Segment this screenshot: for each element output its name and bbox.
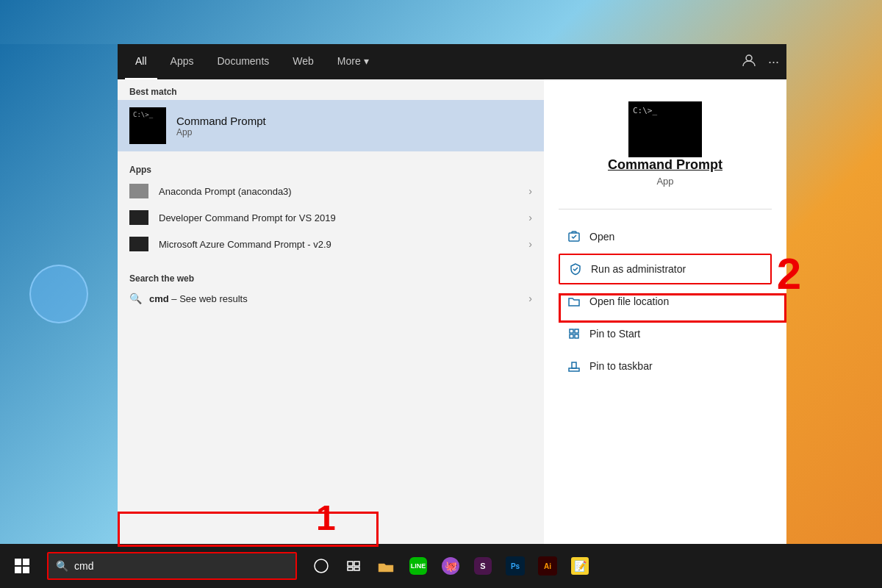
svg-rect-4 [570, 334, 573, 338]
pin-start-label: Pin to Start [589, 328, 640, 340]
slack-icon[interactable]: S [473, 556, 492, 576]
anaconda-arrow: › [528, 185, 532, 197]
best-match-text: Command Prompt App [176, 115, 266, 137]
pin-taskbar-label: Pin to taskbar [589, 360, 653, 372]
illustrator-icon[interactable]: Ai [538, 556, 557, 576]
best-match-type: App [176, 127, 266, 137]
sidebar-circle-decoration [29, 265, 88, 323]
svg-rect-2 [570, 329, 573, 333]
ellipsis-icon[interactable]: ··· [768, 54, 779, 70]
web-section-label: Search the web [118, 266, 544, 287]
context-menu: Open Run as administrator [559, 221, 772, 383]
start-button[interactable] [0, 544, 44, 588]
folder-icon [566, 293, 582, 309]
taskbar-search-box[interactable]: 🔍 [47, 552, 297, 580]
annotation-number-1: 1 [316, 498, 336, 538]
file-explorer-icon[interactable] [376, 556, 395, 576]
sticky-notes-icon[interactable]: 📝 [570, 556, 589, 576]
windows-logo-icon [15, 559, 29, 573]
tab-web[interactable]: Web [282, 44, 324, 79]
search-nav-bar: All Apps Documents Web More ▾ ··· [118, 44, 786, 79]
svg-rect-10 [354, 562, 359, 566]
search-content-area: Best match C:\>_ Command Prompt App Apps [118, 79, 786, 544]
open-icon [566, 229, 582, 245]
anaconda-icon [129, 184, 148, 198]
app-item-anaconda[interactable]: Anaconda Prompt (anaconda3) › [118, 178, 544, 204]
web-search-icon: 🔍 [129, 293, 142, 304]
taskbar-search-icon: 🔍 [56, 560, 68, 572]
context-pin-taskbar[interactable]: Pin to taskbar [559, 351, 772, 381]
left-sidebar [0, 44, 118, 544]
photoshop-icon[interactable]: Ps [506, 556, 525, 576]
tab-more[interactable]: More ▾ [327, 44, 379, 79]
open-location-label: Open file location [589, 295, 669, 307]
taskbar: 🔍 LINE [0, 544, 882, 588]
task-view-icon[interactable] [312, 556, 331, 576]
tab-all[interactable]: All [125, 44, 157, 79]
tab-documents[interactable]: Documents [207, 44, 279, 79]
app-item-azure[interactable]: Microsoft Azure Command Prompt - v2.9 › [118, 231, 544, 257]
vs-dev-icon [129, 210, 148, 225]
apps-section: Apps Anaconda Prompt (anaconda3) › Devel… [118, 151, 544, 263]
azure-arrow: › [528, 238, 532, 250]
svg-rect-7 [572, 362, 576, 368]
context-open-location[interactable]: Open file location [559, 286, 772, 317]
azure-icon [129, 237, 148, 251]
browser-icon[interactable]: 🐙 [441, 556, 460, 576]
context-run-admin[interactable]: Run as administrator [559, 254, 772, 284]
run-admin-label: Run as administrator [591, 263, 686, 275]
app-item-vs-dev[interactable]: Developer Command Prompt for VS 2019 › [118, 204, 544, 231]
web-section: Search the web 🔍 cmd – See web results › [118, 263, 544, 313]
web-search-text: cmd – See web results [149, 293, 528, 304]
anaconda-label: Anaconda Prompt (anaconda3) [159, 186, 528, 197]
open-label: Open [589, 231, 614, 243]
svg-point-8 [315, 559, 328, 573]
annotation-number-2: 2 [777, 248, 801, 299]
svg-rect-9 [348, 562, 353, 566]
app-preview-icon: C:\>_ [628, 101, 702, 157]
svg-point-0 [746, 55, 752, 61]
nav-right-icons: ··· [742, 53, 779, 71]
timeline-icon[interactable] [344, 556, 363, 576]
divider [559, 209, 772, 209]
line-icon[interactable]: LINE [409, 556, 428, 576]
azure-label: Microsoft Azure Command Prompt - v2.9 [159, 239, 528, 250]
cmd-preview-text: C:\>_ [633, 106, 657, 115]
left-results-panel: Best match C:\>_ Command Prompt App Apps [118, 79, 544, 544]
vs-dev-arrow: › [528, 212, 532, 223]
svg-rect-5 [575, 334, 578, 338]
svg-rect-12 [354, 567, 359, 570]
context-pin-start[interactable]: Pin to Start [559, 318, 772, 349]
context-open[interactable]: Open [559, 221, 772, 252]
svg-rect-11 [348, 567, 353, 570]
pin-taskbar-icon [566, 358, 582, 374]
right-detail-panel: C:\>_ Command Prompt App Open [544, 79, 786, 544]
best-match-section-label: Best match [118, 79, 544, 100]
tab-apps[interactable]: Apps [160, 44, 204, 79]
pin-start-icon [566, 326, 582, 342]
command-prompt-icon-large: C:\>_ [129, 107, 166, 144]
svg-rect-3 [575, 329, 578, 333]
vs-dev-label: Developer Command Prompt for VS 2019 [159, 212, 528, 223]
web-search-item[interactable]: 🔍 cmd – See web results › [118, 287, 544, 310]
app-preview-type: App [656, 176, 673, 187]
web-search-arrow: › [528, 293, 532, 304]
app-preview-title: Command Prompt [608, 157, 723, 173]
search-results-panel: All Apps Documents Web More ▾ ··· Best m… [118, 44, 786, 544]
apps-section-label: Apps [118, 157, 544, 178]
person-icon[interactable] [742, 53, 756, 71]
shield-icon [567, 261, 584, 277]
taskbar-search-input[interactable] [74, 560, 288, 572]
best-match-item[interactable]: C:\>_ Command Prompt App [118, 100, 544, 151]
best-match-name: Command Prompt [176, 115, 266, 127]
taskbar-center-icons: LINE 🐙 S Ps Ai [312, 556, 589, 576]
